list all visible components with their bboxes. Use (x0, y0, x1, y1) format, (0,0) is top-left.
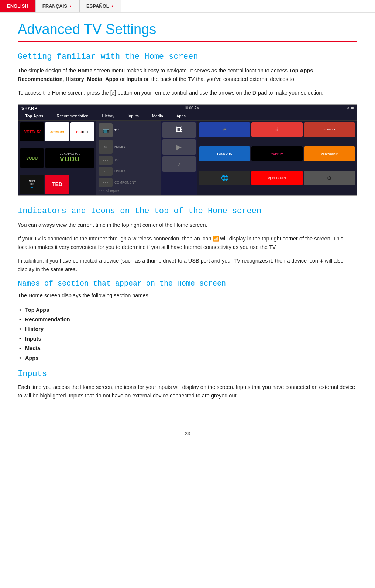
list-item-history-label: History (25, 326, 44, 332)
tv-apps-grid: 🎮 d VUDU TV PANDORA YUPPTV AccuWeather (197, 121, 357, 195)
tv-nav-apps: Apps (170, 112, 192, 120)
all-inputs-label: • • • All Inputs (99, 189, 119, 193)
tv-input-hdmi1: ▭ HDMI 1 (97, 139, 159, 155)
usb-icon: ⬍ (320, 258, 323, 265)
vudu-apps-text: VUDU TV (324, 128, 335, 131)
section2-para3: In addition, if you have connected a dev… (18, 257, 357, 274)
tv-time: 10:00 AM (184, 106, 200, 110)
pandora-tile: PANDORA (199, 146, 250, 161)
photo-icon: 🖼 (176, 126, 182, 134)
list-item-apps: Apps (18, 353, 357, 363)
tv-status-icons: ⊛ ⇌ (346, 106, 354, 110)
vudu-small-logo: VUDU (26, 156, 38, 160)
dash-tile: d (251, 122, 303, 137)
opera-tile: Opera TV Store (251, 171, 303, 185)
component-symbol: • • • (103, 181, 108, 184)
vudu-main-tile: - MOVIES & TV - VUDU (45, 148, 94, 168)
ted-tile: TED (45, 175, 69, 194)
language-tabs: ENGLISH FRANÇAIS ▲ ESPAÑOL ▲ (0, 0, 375, 13)
tv-input-tv: 📺 TV (97, 122, 159, 139)
component-icon: • • • (99, 178, 113, 187)
tv-input-all: • • • All Inputs (97, 188, 159, 194)
section1-para1: The simple design of the Home screen men… (18, 66, 357, 83)
tv-nav-history: History (95, 112, 121, 120)
youtube-app-tile: YouTube (70, 122, 94, 141)
section2-para1: You can always view the current time in … (18, 221, 357, 229)
tv-media-section: 🖼 ▶ ♪ (161, 121, 197, 195)
tv-usb-icon: ⇌ (351, 106, 354, 110)
wifi-icon: 📶 (213, 235, 219, 243)
ultraflix-tile: UltraFlix4K (20, 175, 44, 194)
media-music-tile: ♪ (162, 156, 196, 172)
tv-icon-symbol: 📺 (103, 127, 109, 133)
tv-brand: SHARP (21, 106, 38, 110)
tv-top-apps-grid: NETFLIX amazon YouTube VUDU - MOVIES & T… (18, 121, 96, 195)
media-video-tile: ▶ (162, 139, 196, 155)
section4-heading: Inputs (18, 369, 357, 379)
gamepad-icon: 🎮 (223, 128, 227, 131)
tv-screenshot: SHARP 10:00 AM ⊛ ⇌ Top Apps Recommendati… (18, 104, 357, 196)
av-label: AV (114, 158, 118, 162)
tv-nav-recommendation: Recommendation (50, 112, 95, 120)
yupptv-text: YUPPTV (271, 152, 283, 155)
accuweather-text: AccuWeather (321, 153, 338, 155)
tv-nav-inputs: Inputs (121, 112, 145, 120)
section1-heading: Getting familiar with the Home screen (18, 52, 357, 61)
netflix-app-tile: NETFLIX (20, 122, 44, 141)
list-item-history: History (18, 324, 357, 334)
media-photo-tile: 🖼 (162, 122, 196, 138)
section4-para1: Each time you access the Home screen, th… (18, 383, 357, 400)
francais-arrow-icon: ▲ (69, 4, 72, 8)
tv-input-component: • • • COMPONENT (97, 177, 159, 188)
page-title: Advanced TV Settings (18, 21, 357, 42)
list-item-top-apps: Top Apps (18, 305, 357, 315)
tv-nav-top-apps: Top Apps (18, 112, 50, 120)
ultraflix-text: UltraFlix4K (29, 180, 35, 189)
accuweather-tile: AccuWeather (304, 146, 355, 161)
lang-tab-francais[interactable]: FRANÇAIS ▲ (35, 0, 79, 12)
main-content: Advanced TV Settings Getting familiar wi… (0, 13, 375, 423)
section3-intro: The Home screen displays the following s… (18, 291, 357, 300)
list-item-apps-label: Apps (25, 355, 38, 361)
vudu-main-text: VUDU (60, 155, 80, 163)
youtube-logo: YouTube (76, 130, 89, 134)
gamepad-tile: 🎮 (199, 122, 250, 137)
av-icon: • • • (99, 156, 113, 165)
dash-logo: d (275, 127, 279, 133)
tv-nav-media: Media (145, 112, 170, 120)
hdmi1-label: HDMI 1 (114, 145, 126, 148)
tv-label: TV (114, 129, 119, 132)
settings-tile: ⚙ (304, 171, 355, 185)
settings-icon: ⚙ (327, 175, 332, 181)
hdmi2-symbol: ▭ (104, 169, 107, 173)
vudu-apps-tile: VUDU TV (304, 122, 355, 137)
hdmi2-label: HDMI 2 (114, 170, 126, 173)
hdmi1-icon: ▭ (99, 140, 113, 154)
lang-tab-english[interactable]: ENGLISH (0, 0, 35, 12)
section3-heading: Names of section that appear on the Home… (18, 279, 357, 288)
espanol-arrow-icon: ▲ (111, 4, 114, 8)
component-label: COMPONENT (114, 181, 136, 184)
lang-tab-espanol[interactable]: ESPAÑOL ▲ (79, 0, 121, 12)
tv-inputs-section: 📺 TV ▭ HDMI 1 • • • AV (96, 121, 161, 195)
pandora-text: PANDORA (217, 152, 232, 155)
list-item-inputs-label: Inputs (25, 336, 41, 342)
list-item-top-apps-label: Top Apps (25, 307, 49, 313)
section1-para2: To access the Home screen, press the [⌂]… (18, 89, 357, 97)
ted-text: TED (52, 181, 62, 187)
video-icon: ▶ (176, 143, 182, 151)
netflix-logo: NETFLIX (24, 130, 41, 134)
tv-top-bar: SHARP 10:00 AM ⊛ ⇌ (18, 105, 357, 112)
tv-icon: 📺 (99, 123, 113, 137)
tv-content-area: NETFLIX amazon YouTube VUDU - MOVIES & T… (18, 121, 357, 195)
lang-francais-label: FRANÇAIS (42, 3, 67, 9)
vudu-small-tile: VUDU (20, 148, 44, 168)
yupptv-tile: YUPPTV (251, 146, 303, 161)
tv-input-hdmi2: ▭ HDMI 2 (97, 166, 159, 177)
lang-espanol-label: ESPAÑOL (86, 3, 109, 9)
section3-list: Top Apps Recommendation History Inputs M… (18, 305, 357, 363)
tv-wifi-icon: ⊛ (346, 106, 349, 110)
hdmi1-symbol: ▭ (104, 144, 107, 148)
amazon-app-tile: amazon (45, 122, 69, 141)
list-item-inputs: Inputs (18, 334, 357, 343)
